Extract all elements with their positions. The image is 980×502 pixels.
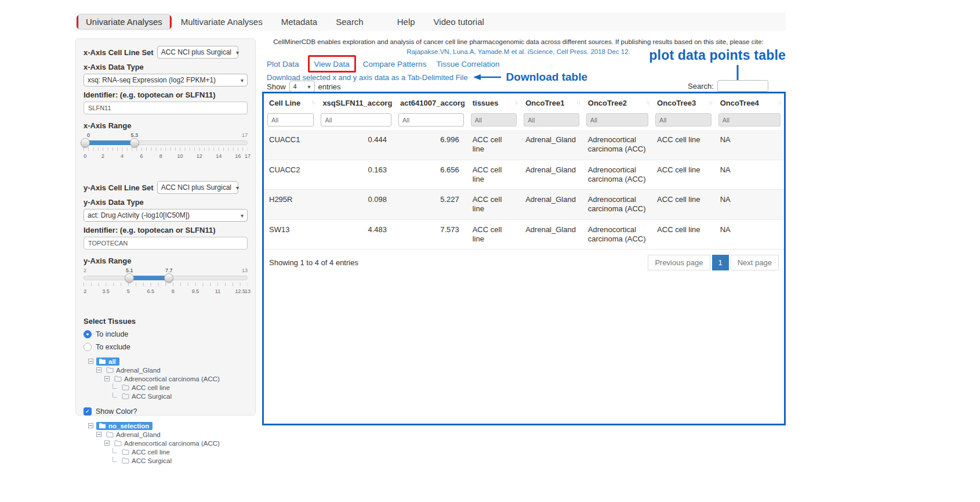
x-axis-identifier-input[interactable] [84, 102, 248, 114]
tree-node-acc-cell-line[interactable]: ACC cell line [120, 449, 172, 456]
nav-item-univariate-analyses[interactable]: Univariate Analyses [78, 14, 170, 30]
tissues-include-option[interactable]: To include [84, 330, 248, 338]
tree-leaf-connector [112, 384, 117, 389]
slider-tick-label: 8 [172, 288, 175, 294]
page-1-button[interactable]: 1 [712, 255, 729, 270]
y-range-from-handle[interactable] [125, 273, 134, 283]
tab-compare-patterns[interactable]: Compare Patterns [363, 60, 427, 68]
sort-icon[interactable]: ↑↓ [389, 99, 392, 106]
filter-input-oncotree4[interactable] [718, 113, 781, 127]
tissues-exclude-option[interactable]: To exclude [84, 343, 248, 351]
tree-node-adrenal-gland[interactable]: Adrenal_Gland [104, 367, 162, 374]
column-header-oncotree3[interactable]: OncoTree3↑↓ [652, 93, 715, 111]
y-range-to-handle[interactable] [164, 273, 173, 283]
table-filter-row [264, 111, 784, 130]
filter-input-act641007[interactable] [398, 113, 464, 127]
page-length-select[interactable]: 4 ▾ [289, 81, 315, 92]
show-color-option[interactable]: ✓ Show Color? [84, 407, 248, 416]
nav-item-search[interactable]: Search [326, 17, 373, 27]
view-tabs: Plot Data View Data Compare Patterns Tis… [267, 56, 499, 72]
y-axis-cell-line-set-select[interactable]: ACC NCI plus Surgical ▾ [157, 181, 238, 194]
column-header-xsqslfn11[interactable]: xsqSLFN11_accorg↑↓ [317, 93, 395, 111]
tree-node-all[interactable]: all [96, 357, 119, 366]
slider-tick-label: 2 [84, 288, 86, 294]
radio-selected-icon[interactable] [84, 330, 92, 338]
sort-icon[interactable]: ↑↓ [645, 99, 649, 106]
table-search-input[interactable] [717, 80, 768, 92]
column-header-oncotree1[interactable]: OncoTree1↑↓ [520, 93, 583, 111]
tree-leaf-connector [112, 457, 117, 462]
slider-tick-label: 4 [121, 153, 124, 159]
tree-expander-icon[interactable] [96, 367, 101, 373]
chevron-down-icon: ▾ [236, 77, 244, 84]
y-axis-identifier-input[interactable] [84, 237, 248, 250]
sort-icon[interactable]: ↑↓ [576, 99, 580, 106]
x-axis-cell-line-set-select[interactable]: ACC NCI plus Surgical ▾ [157, 46, 238, 59]
tree-expander-icon[interactable] [96, 432, 101, 437]
tab-tissue-correlation[interactable]: Tissue Correlation [436, 60, 499, 68]
column-header-oncotree2[interactable]: OncoTree2↑↓ [583, 93, 652, 111]
x-range-from-handle[interactable] [81, 138, 90, 147]
folder-icon [122, 393, 129, 399]
table-row[interactable]: H295R 0.098 5.227 ACC cell line Adrenal_… [264, 190, 784, 220]
y-range-to-value: 7.7 [164, 268, 174, 273]
folder-icon [99, 358, 106, 364]
sort-icon[interactable]: ↑↓ [514, 99, 517, 106]
nav-item-help[interactable]: Help [388, 17, 424, 27]
sort-icon[interactable]: ↑↓ [311, 99, 314, 106]
nav-item-video-tutorial[interactable]: Video tutorial [424, 17, 493, 27]
column-header-oncotree4[interactable]: OncoTree4↑↓ [715, 93, 784, 111]
table-info-text: Showing 1 to 4 of 4 entries [269, 258, 358, 267]
tree-node-adrenal-gland[interactable]: Adrenal_Gland [104, 431, 162, 438]
tree-node-acc-cell-line[interactable]: ACC cell line [120, 384, 172, 391]
table-row[interactable]: CUACC2 0.163 6.656 ACC cell line Adrenal… [264, 160, 784, 190]
annotation-plot-data-points-table: plot data points table [580, 48, 786, 63]
tree-expander-icon[interactable] [88, 359, 93, 364]
sort-icon[interactable]: ↑↓ [709, 99, 712, 106]
tree-expander-icon[interactable] [104, 376, 110, 381]
slider-tick-label: 16 [235, 153, 241, 159]
column-header-tissues[interactable]: tissues↑↓ [467, 93, 520, 111]
tree-node-acc-surgical[interactable]: ACC Surgical [120, 457, 173, 464]
folder-icon [114, 375, 122, 382]
filter-input-cell-line[interactable] [267, 113, 314, 127]
filter-input-xsqslfn11[interactable] [321, 113, 391, 127]
tree-node-acc-surgical[interactable]: ACC Surgical [120, 393, 173, 400]
sort-icon[interactable]: ↑↓ [461, 99, 464, 106]
sort-icon[interactable]: ↑↓ [778, 99, 781, 106]
tree-expander-icon[interactable] [88, 423, 93, 428]
tree-leaf-connector [112, 392, 117, 398]
previous-page-button[interactable]: Previous page [648, 255, 710, 270]
tree-node-acc-carcinoma[interactable]: Adrenocortical carcinoma (ACC) [112, 440, 222, 447]
slider-tick-label: 12.5 [235, 288, 245, 294]
tree-node-acc-carcinoma[interactable]: Adrenocortical carcinoma (ACC) [112, 375, 222, 382]
slider-tick-label: 0 [84, 153, 86, 159]
tab-plot-data[interactable]: Plot Data [267, 60, 299, 68]
checkbox-checked-icon[interactable]: ✓ [84, 407, 92, 416]
filter-input-oncotree1[interactable] [524, 113, 579, 127]
tree-expander-icon[interactable] [104, 440, 110, 446]
filter-input-tissues[interactable] [471, 113, 517, 127]
filter-input-oncotree2[interactable] [586, 113, 648, 127]
radio-unselected-icon[interactable] [84, 343, 92, 351]
slider-tick-label: 13 [245, 288, 251, 294]
next-page-button[interactable]: Next page [731, 255, 779, 270]
filter-input-oncotree3[interactable] [655, 113, 712, 127]
nav-item-multivariate-analyses[interactable]: Multivariate Analyses [172, 17, 272, 27]
column-header-act641007[interactable]: act641007_accorg↑↓ [395, 93, 467, 111]
column-header-cell-line[interactable]: Cell Line↑↓ [264, 93, 317, 111]
x-range-to-value: 5.3 [129, 132, 139, 138]
table-row[interactable]: CUACC1 0.444 6.996 ACC cell line Adrenal… [264, 130, 784, 160]
tab-view-data[interactable]: View Data [314, 60, 350, 68]
x-range-to-handle[interactable] [130, 138, 139, 147]
y-range-max-value: 13 [242, 268, 248, 273]
table-row[interactable]: SW13 4.483 7.573 ACC cell line Adrenal_G… [264, 219, 784, 250]
slider-grid [84, 283, 248, 286]
x-axis-data-type-select[interactable]: xsq: RNA-seq Expression (log2 FPKM+1) ▾ [84, 74, 248, 86]
citation-link-authors[interactable]: Rajapakse.VN, Luna.A, Yamade.M [406, 48, 509, 55]
y-axis-data-type-select[interactable]: act: Drug Activity (-log10[IC50M]) ▾ [84, 209, 248, 222]
pagination: Previous page 1 Next page [646, 255, 779, 270]
tree-node-no-selection[interactable]: no_selection [96, 422, 153, 430]
nav-item-metadata[interactable]: Metadata [272, 17, 327, 27]
y-range-min-value: 2 [84, 268, 86, 273]
